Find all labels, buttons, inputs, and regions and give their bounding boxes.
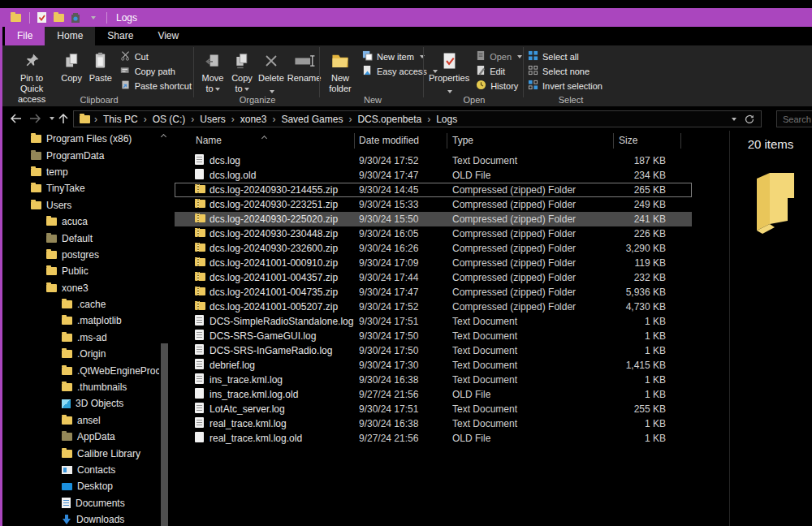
search-input[interactable] [777,112,812,127]
file-row[interactable]: ins_trace.kml.log9/30/24 16:38Text Docum… [175,373,692,387]
scrollbar-thumb[interactable] [161,343,168,526]
tree-item[interactable]: Default [2,230,159,246]
tree-item[interactable]: Public [2,263,159,279]
tree-scrollbar[interactable] [159,131,170,526]
tree-item[interactable]: Contacts [2,462,159,478]
forward-button[interactable] [27,111,43,126]
tree-item[interactable]: Users [2,197,159,213]
tree-item[interactable]: .thumbnails [2,379,159,395]
tree-item[interactable]: Downloads [2,511,159,526]
paste-shortcut-button[interactable]: Paste shortcut [120,79,192,93]
file-row[interactable]: dcs.log-20240930-223251.zip9/30/24 15:33… [175,197,692,212]
move-to-button[interactable]: Move to [200,48,226,94]
preview-pane-divider[interactable] [729,131,730,526]
delete-button[interactable]: Delete [258,48,284,98]
tab-home[interactable]: Home [45,27,95,45]
properties-check-icon[interactable] [34,11,49,25]
select-none-button[interactable]: Select none [528,64,603,78]
breadcrumb-item[interactable]: Saved Games [277,114,347,125]
file-row[interactable]: DCS-SRS-GameGUI.log9/30/24 17:50Text Doc… [175,329,692,343]
back-button[interactable] [8,111,24,126]
tree-item[interactable]: temp [2,164,159,180]
tab-share[interactable]: Share [95,27,145,45]
file-row[interactable]: dcs.log-20240930-232600.zip9/30/24 16:26… [175,241,692,256]
edit-button[interactable]: Edit [476,64,522,78]
new-folder-button[interactable]: New folder [325,48,356,94]
tree-item[interactable]: .Origin [2,346,159,362]
tree-item[interactable]: .QtWebEngineProcess [2,362,159,378]
breadcrumb-item[interactable]: OS (C:) [149,114,190,125]
tree-item[interactable]: xone3 [2,280,159,296]
file-row[interactable]: LotAtc_server.log9/30/24 17:51Text Docum… [175,402,692,416]
file-row[interactable]: dcs.log-20241001-004735.zip9/30/24 17:47… [175,285,692,300]
tree-item[interactable]: 3D Objects [2,395,159,412]
easy-access-button[interactable]: Easy access [362,64,438,78]
tree-item[interactable]: Program Files (x86) [2,131,159,147]
file-row[interactable]: real_trace.kml.log.old9/27/24 21:56OLD F… [175,431,692,446]
breadcrumb-item[interactable]: Logs [432,114,461,125]
tree-item[interactable]: Documents [2,495,159,511]
tree-item[interactable]: ansel [2,412,159,429]
tree-item[interactable]: ProgramData [2,147,159,163]
tree-item[interactable]: TinyTake [2,180,159,196]
copy-path-button[interactable]: Copy path [120,64,192,78]
up-button[interactable] [55,111,71,126]
column-header-type[interactable]: Type [452,135,473,146]
history-button[interactable]: History [476,79,522,93]
paste-button[interactable]: Paste [88,48,114,93]
select-all-button[interactable]: Select all [528,50,603,63]
file-row[interactable]: dcs.log-20241001-004357.zip9/30/24 17:44… [175,270,692,285]
column-header-date[interactable]: Date modified [359,135,419,146]
column-header-size[interactable]: Size [619,135,637,146]
rename-button[interactable]: Rename [287,48,322,93]
breadcrumb-item[interactable]: DCS.openbeta [353,114,425,125]
tab-file[interactable]: File [5,27,45,45]
file-row[interactable]: dcs.log-20241001-005207.zip9/30/24 17:52… [175,300,692,314]
scrollbar-up-arrow-icon[interactable] [161,134,166,140]
column-divider[interactable] [354,133,355,149]
tree-item[interactable]: .ms-ad [2,330,159,346]
column-divider[interactable] [680,133,681,149]
tree-item[interactable]: Desktop [2,478,159,494]
breadcrumb-item[interactable]: xone3 [236,114,271,125]
tree-item[interactable]: .cache [2,296,159,313]
new-item-button[interactable]: New item [362,50,438,63]
open-button[interactable]: Open [476,50,522,63]
refresh-icon[interactable] [741,112,758,127]
column-divider[interactable] [447,133,447,149]
file-row[interactable]: ins_trace.kml.log.old9/27/24 21:56OLD Fi… [175,387,692,402]
file-row[interactable]: DCS-SimpleRadioStandalone.log9/30/24 17:… [175,314,692,329]
file-type: Text Document [452,360,619,371]
folder-icon[interactable] [8,11,23,25]
file-row[interactable]: dcs.log-20240930-214455.zip9/30/24 14:45… [175,183,692,197]
invert-selection-button[interactable]: Invert selection [528,79,603,93]
qat-customize-chevron-icon[interactable] [85,11,100,25]
address-dropdown-chevron-icon[interactable] [725,112,741,127]
tree-item[interactable]: Calibre Library [2,445,159,461]
copy-to-button[interactable]: Copy to [229,48,255,94]
tree-item[interactable]: postgres [2,247,159,263]
copy-button[interactable]: Copy [58,48,84,93]
file-row[interactable]: real_trace.kml.log9/30/24 16:38Text Docu… [175,416,692,431]
tree-item[interactable]: .matplotlib [2,313,159,329]
file-row[interactable]: dcs.log-20240930-225020.zip9/30/24 15:50… [175,212,692,226]
column-header-name[interactable]: Name [196,135,222,146]
breadcrumb-item[interactable]: Users [196,114,229,125]
file-row[interactable]: dcs.log9/30/24 17:52Text Document187 KB [175,153,692,168]
tab-view[interactable]: View [145,27,191,45]
properties-button[interactable]: Properties [429,48,469,98]
breadcrumb-item[interactable]: This PC [99,114,142,125]
file-row[interactable]: debrief.log9/30/24 17:30Text Document1,4… [175,358,692,373]
file-row[interactable]: dcs.log-20240930-230448.zip9/30/24 16:05… [175,226,692,241]
tree-item[interactable]: acuca [2,213,159,230]
recycle-bin-icon[interactable] [68,11,83,25]
file-size: 187 KB [619,155,666,166]
file-row[interactable]: dcs.log.old9/30/24 17:47OLD File234 KB [175,168,692,183]
file-row[interactable]: DCS-SRS-InGameRadio.log9/30/24 17:50Text… [175,343,692,358]
folder-icon[interactable] [51,11,66,25]
cut-button[interactable]: Cut [120,50,192,63]
tree-item[interactable]: AppData [2,429,159,445]
column-divider[interactable] [613,133,614,149]
folder-icon[interactable] [80,115,90,123]
file-row[interactable]: dcs.log-20241001-000910.zip9/30/24 17:09… [175,256,692,270]
